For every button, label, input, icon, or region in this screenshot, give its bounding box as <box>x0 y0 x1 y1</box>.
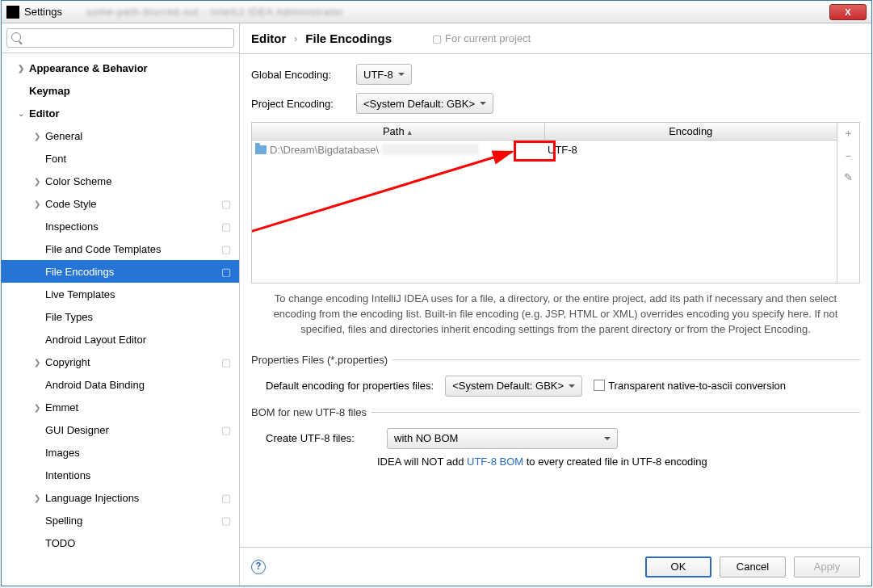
global-encoding-label: Global Encoding: <box>251 69 356 81</box>
project-scope-icon: ▢ <box>221 424 231 436</box>
tree-item-general[interactable]: ❯General <box>2 124 239 147</box>
breadcrumb-a: Editor <box>251 32 286 45</box>
tree-item-language-injections[interactable]: ❯Language Injections▢ <box>2 486 239 509</box>
chevron-icon: ❯ <box>32 494 42 502</box>
tree-item-label: File and Code Templates <box>45 243 162 255</box>
tree-item-label: Emmet <box>45 401 78 414</box>
project-scope-icon: ▢ <box>221 266 231 278</box>
app-icon <box>6 6 19 19</box>
tree-item-file-and-code-templates[interactable]: File and Code Templates▢ <box>2 237 239 260</box>
tree-item-file-encodings[interactable]: File Encodings▢ <box>2 260 239 283</box>
tree-item-android-data-binding[interactable]: Android Data Binding <box>2 373 239 396</box>
chevron-icon: ⌄ <box>16 109 26 118</box>
cell-path: D:\Dream\Bigdatabase\ <box>252 144 544 156</box>
tree-item-label: Language Injections <box>45 492 139 504</box>
tree-item-label: Code Style <box>45 198 97 210</box>
default-prop-encoding-combo[interactable]: <System Default: GBK> <box>445 376 582 397</box>
tree-item-label: Font <box>45 153 66 165</box>
project-encoding-combo[interactable]: <System Default: GBK> <box>356 93 493 114</box>
tree-item-label: Appearance & Behavior <box>29 62 148 74</box>
bom-section: BOM for new UTF-8 files Create UTF-8 fil… <box>251 406 860 472</box>
utf8-bom-link[interactable]: UTF-8 BOM <box>467 456 523 468</box>
tree-item-gui-designer[interactable]: GUI Designer▢ <box>2 418 239 441</box>
tree-item-file-types[interactable]: File Types <box>2 305 239 328</box>
dialog-footer: ? OK Cancel Apply <box>240 547 871 586</box>
tree-item-code-style[interactable]: ❯Code Style▢ <box>2 192 239 215</box>
create-utf8-combo[interactable]: with NO BOM <box>387 428 618 449</box>
help-icon[interactable]: ? <box>251 560 266 574</box>
global-encoding-combo[interactable]: UTF-8 <box>356 64 412 85</box>
tree-item-label: Intentions <box>45 469 90 481</box>
project-scope-icon: ▢ <box>221 514 231 527</box>
tree-item-emmet[interactable]: ❯Emmet <box>2 396 239 418</box>
tree-item-editor[interactable]: ⌄Editor <box>2 102 239 124</box>
tree-item-todo[interactable]: TODO <box>2 531 239 554</box>
settings-tree[interactable]: ❯Appearance & BehaviorKeymap⌄Editor❯Gene… <box>2 53 239 586</box>
edit-icon[interactable]: ✎ <box>844 171 853 183</box>
properties-section: Properties Files (*.properties) Default … <box>251 354 860 401</box>
project-scope-icon: ▢ <box>432 32 442 44</box>
tree-item-images[interactable]: Images <box>2 441 239 464</box>
chevron-icon: ❯ <box>16 64 26 73</box>
tree-item-inspections[interactable]: Inspections▢ <box>2 215 239 237</box>
window-title-extra: some-path-blurred-out - IntelliJ IDEA Ad… <box>86 6 829 18</box>
tree-item-label: TODO <box>45 537 75 549</box>
main-header: Editor › File Encodings ▢ For current pr… <box>240 23 871 54</box>
tree-item-keymap[interactable]: Keymap <box>2 79 239 102</box>
tree-item-color-scheme[interactable]: ❯Color Scheme <box>2 170 239 192</box>
main-panel: Editor › File Encodings ▢ For current pr… <box>240 23 871 586</box>
chevron-icon: ❯ <box>32 200 42 208</box>
table-header: Path▲ Encoding <box>252 123 837 141</box>
remove-icon[interactable]: － <box>843 149 854 163</box>
cancel-button[interactable]: Cancel <box>720 556 786 578</box>
project-encoding-row: Project Encoding: <System Default: GBK> <box>251 93 860 114</box>
apply-button[interactable]: Apply <box>794 556 860 578</box>
search-input[interactable] <box>6 28 234 48</box>
tree-item-font[interactable]: Font <box>2 147 239 170</box>
window-title: Settings <box>24 6 62 18</box>
tree-item-label: Android Layout Editor <box>45 334 146 346</box>
tree-item-label: Live Templates <box>45 288 115 300</box>
folder-icon <box>255 145 267 154</box>
sidebar: ❯Appearance & BehaviorKeymap⌄Editor❯Gene… <box>2 23 240 586</box>
main-content: Global Encoding: UTF-8 Project Encoding:… <box>240 54 871 547</box>
cell-encoding: UTF-8 <box>544 144 837 156</box>
tree-item-spelling[interactable]: Spelling▢ <box>2 509 239 531</box>
tree-item-label: Editor <box>29 107 60 120</box>
tree-item-label: Images <box>45 447 80 459</box>
tree-item-live-templates[interactable]: Live Templates <box>2 283 239 305</box>
tree-item-android-layout-editor[interactable]: Android Layout Editor <box>2 328 239 351</box>
tree-item-appearance-behavior[interactable]: ❯Appearance & Behavior <box>2 57 239 79</box>
search-wrap <box>2 23 239 53</box>
transparent-checkbox[interactable]: Transparent native-to-ascii conversion <box>594 380 786 392</box>
tree-item-label: Inspections <box>45 220 99 233</box>
project-encoding-label: Project Encoding: <box>251 98 356 110</box>
chevron-icon: ❯ <box>32 403 42 412</box>
chevron-icon: ❯ <box>32 358 42 367</box>
table-row[interactable]: D:\Dream\Bigdatabase\ UTF-8 <box>252 141 837 158</box>
breadcrumb-b: File Encodings <box>305 32 392 45</box>
add-icon[interactable]: ＋ <box>843 126 854 141</box>
tree-item-intentions[interactable]: Intentions <box>2 464 239 486</box>
tree-item-label: General <box>45 130 82 142</box>
tree-item-label: Copyright <box>45 356 90 368</box>
tree-item-label: Android Data Binding <box>45 379 145 391</box>
tree-item-copyright[interactable]: ❯Copyright▢ <box>2 351 239 373</box>
window-close-button[interactable]: X <box>829 4 867 20</box>
tree-item-label: GUI Designer <box>45 424 109 436</box>
search-icon <box>11 32 21 42</box>
chevron-icon: ❯ <box>32 132 42 141</box>
body: ❯Appearance & BehaviorKeymap⌄Editor❯Gene… <box>2 23 871 586</box>
settings-window: Settings some-path-blurred-out - Intelli… <box>1 0 872 586</box>
col-path[interactable]: Path▲ <box>252 123 545 140</box>
project-scope-icon: ▢ <box>221 198 231 210</box>
chevron-icon: ❯ <box>32 177 42 186</box>
bom-legend: BOM for new UTF-8 files <box>251 406 371 418</box>
tree-item-label: File Types <box>45 311 93 323</box>
ok-button[interactable]: OK <box>645 556 711 578</box>
col-encoding[interactable]: Encoding <box>545 123 837 140</box>
titlebar: Settings some-path-blurred-out - Intelli… <box>2 1 871 23</box>
for-current-project: ▢ For current project <box>432 32 531 44</box>
sort-asc-icon: ▲ <box>406 128 413 136</box>
create-utf8-label: Create UTF-8 files: <box>266 432 376 444</box>
